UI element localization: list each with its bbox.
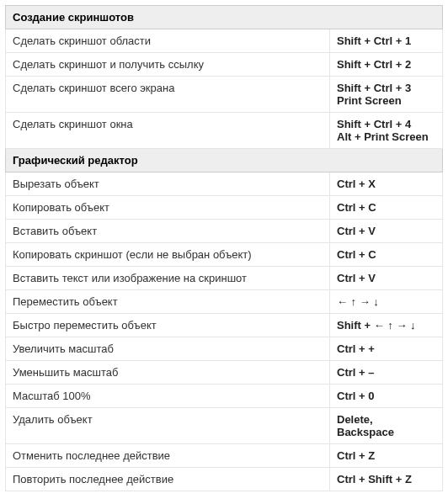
section-header: Создание скриншотов <box>6 6 443 29</box>
shortcut-description: Сделать скриншот и получить ссылку <box>6 53 330 77</box>
table-row: Масштаб 100%Ctrl + 0 <box>6 385 443 408</box>
shortcut-description: Повторить последнее действие <box>6 468 330 491</box>
table-row: Сделать скриншот всего экранаShift + Ctr… <box>6 77 443 113</box>
table-row: Увеличить масштабCtrl + + <box>6 337 443 361</box>
shortcut-keys: Shift + Ctrl + 1 <box>330 29 443 53</box>
shortcut-keys: Ctrl + V <box>330 267 443 290</box>
shortcut-keys: Shift + Ctrl + 4Alt + Print Screen <box>330 113 443 149</box>
shortcut-description: Уменьшить масштаб <box>6 361 330 385</box>
shortcut-key-line: Alt + Print Screen <box>337 130 435 143</box>
shortcut-description: Отменить последнее действие <box>6 444 330 468</box>
shortcut-key-line: Ctrl + – <box>337 366 435 379</box>
shortcut-description: Сделать скриншот всего экрана <box>6 77 330 113</box>
shortcut-key-line: Ctrl + X <box>337 178 435 190</box>
shortcut-description: Сделать скриншот области <box>6 29 330 53</box>
shortcut-keys: ← ↑ → ↓ <box>330 290 443 314</box>
shortcut-description: Копировать скриншот (если не выбран объе… <box>6 243 330 267</box>
table-row: Копировать скриншот (если не выбран объе… <box>6 243 443 267</box>
shortcut-key-line: Backspace <box>337 426 435 438</box>
shortcut-keys: Delete,Backspace <box>330 408 443 444</box>
shortcut-key-line: Delete, <box>337 413 435 426</box>
table-row: Уменьшить масштабCtrl + – <box>6 361 443 385</box>
shortcut-key-line: ← ↑ → ↓ <box>337 295 435 308</box>
shortcut-description: Сделать скриншот окна <box>6 113 330 149</box>
table-row: Сделать скриншот окнаShift + Ctrl + 4Alt… <box>6 113 443 149</box>
shortcut-key-line: Ctrl + C <box>337 248 435 261</box>
shortcut-description: Вырезать объект <box>6 172 330 196</box>
shortcut-keys: Ctrl + 0 <box>330 385 443 408</box>
table-row: Переместить объект← ↑ → ↓ <box>6 290 443 314</box>
shortcut-key-line: Ctrl + V <box>337 272 435 284</box>
shortcut-keys: Ctrl + + <box>330 337 443 361</box>
shortcut-description: Вставить текст или изображение на скринш… <box>6 267 330 290</box>
shortcut-keys: Shift + Ctrl + 2 <box>330 53 443 77</box>
section-header: Графический редактор <box>6 149 443 172</box>
shortcut-key-line: Shift + Ctrl + 3 <box>337 82 435 94</box>
shortcut-description: Увеличить масштаб <box>6 337 330 361</box>
table-row: Повторить последнее действиеCtrl + Shift… <box>6 468 443 491</box>
shortcut-description: Переместить объект <box>6 290 330 314</box>
shortcut-keys: Ctrl + X <box>330 172 443 196</box>
table-row: Вставить объектCtrl + V <box>6 220 443 243</box>
shortcut-description: Вставить объект <box>6 220 330 243</box>
shortcut-keys: Shift + ← ↑ → ↓ <box>330 314 443 337</box>
shortcut-description: Копировать объект <box>6 196 330 220</box>
shortcut-keys: Ctrl + C <box>330 196 443 220</box>
shortcut-keys: Ctrl + – <box>330 361 443 385</box>
table-row: Сделать скриншот и получить ссылкуShift … <box>6 53 443 77</box>
shortcut-description: Масштаб 100% <box>6 385 330 408</box>
shortcut-keys: Ctrl + V <box>330 220 443 243</box>
shortcut-key-line: Shift + Ctrl + 4 <box>337 118 435 130</box>
shortcut-keys: Ctrl + Z <box>330 444 443 468</box>
shortcut-key-line: Ctrl + Z <box>337 449 435 462</box>
table-row: Копировать объектCtrl + C <box>6 196 443 220</box>
shortcut-key-line: Print Screen <box>337 94 435 107</box>
table-row: Отменить последнее действиеCtrl + Z <box>6 444 443 468</box>
shortcut-keys: Shift + Ctrl + 3Print Screen <box>330 77 443 113</box>
shortcut-key-line: Ctrl + 0 <box>337 390 435 402</box>
table-row: Удалить объектDelete,Backspace <box>6 408 443 444</box>
table-row: Сделать скриншот областиShift + Ctrl + 1 <box>6 29 443 53</box>
shortcut-key-line: Ctrl + V <box>337 225 435 237</box>
shortcut-description: Удалить объект <box>6 408 330 444</box>
table-row: Вставить текст или изображение на скринш… <box>6 267 443 290</box>
shortcut-keys: Ctrl + C <box>330 243 443 267</box>
shortcut-description: Быстро переместить объект <box>6 314 330 337</box>
shortcut-key-line: Ctrl + + <box>337 342 435 355</box>
shortcut-keys: Ctrl + Shift + Z <box>330 468 443 491</box>
shortcut-key-line: Shift + ← ↑ → ↓ <box>337 319 435 332</box>
table-row: Вырезать объектCtrl + X <box>6 172 443 196</box>
shortcut-key-line: Shift + Ctrl + 2 <box>337 58 435 71</box>
shortcut-key-line: Ctrl + C <box>337 201 435 214</box>
table-row: Быстро переместить объектShift + ← ↑ → ↓ <box>6 314 443 337</box>
shortcuts-table: Создание скриншотовСделать скриншот обла… <box>5 5 443 491</box>
shortcut-key-line: Ctrl + Shift + Z <box>337 473 435 485</box>
shortcut-key-line: Shift + Ctrl + 1 <box>337 34 435 47</box>
